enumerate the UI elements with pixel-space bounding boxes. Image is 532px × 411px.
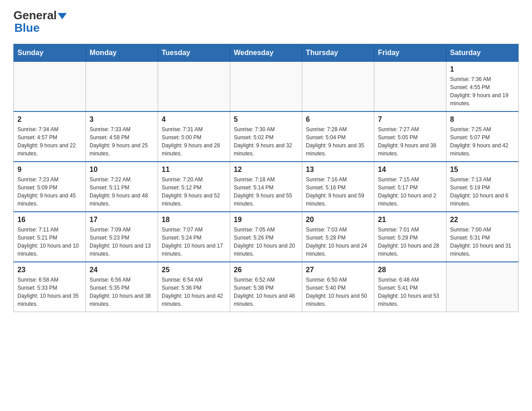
day-info: Sunrise: 7:30 AM Sunset: 5:02 PM Dayligh… <box>234 125 298 158</box>
calendar-cell <box>14 61 86 111</box>
calendar-cell: 13Sunrise: 7:16 AM Sunset: 5:16 PM Dayli… <box>302 162 374 212</box>
calendar-cell: 21Sunrise: 7:01 AM Sunset: 5:29 PM Dayli… <box>374 212 446 262</box>
calendar-table: SundayMondayTuesdayWednesdayThursdayFrid… <box>13 44 519 312</box>
day-info: Sunrise: 7:27 AM Sunset: 5:05 PM Dayligh… <box>378 125 442 158</box>
col-header-monday: Monday <box>86 44 158 61</box>
calendar-cell: 22Sunrise: 7:00 AM Sunset: 5:31 PM Dayli… <box>446 212 519 262</box>
calendar-cell: 8Sunrise: 7:25 AM Sunset: 5:07 PM Daylig… <box>446 111 519 162</box>
calendar-cell <box>158 61 230 111</box>
calendar-cell <box>86 61 158 111</box>
day-number: 23 <box>17 266 82 274</box>
day-info: Sunrise: 6:56 AM Sunset: 5:35 PM Dayligh… <box>90 276 154 308</box>
calendar-cell: 16Sunrise: 7:11 AM Sunset: 5:21 PM Dayli… <box>14 212 86 262</box>
calendar-cell: 9Sunrise: 7:23 AM Sunset: 5:09 PM Daylig… <box>14 162 86 212</box>
calendar-cell: 26Sunrise: 6:52 AM Sunset: 5:38 PM Dayli… <box>230 262 302 312</box>
day-number: 4 <box>162 116 226 124</box>
calendar-cell <box>302 61 374 111</box>
calendar-cell: 7Sunrise: 7:27 AM Sunset: 5:05 PM Daylig… <box>374 111 446 162</box>
day-number: 19 <box>234 216 298 224</box>
calendar-cell: 19Sunrise: 7:05 AM Sunset: 5:26 PM Dayli… <box>230 212 302 262</box>
day-number: 21 <box>378 216 442 224</box>
calendar-cell: 28Sunrise: 6:48 AM Sunset: 5:41 PM Dayli… <box>374 262 446 312</box>
calendar-week-row: 9Sunrise: 7:23 AM Sunset: 5:09 PM Daylig… <box>14 162 519 212</box>
day-number: 14 <box>378 166 442 174</box>
day-info: Sunrise: 7:11 AM Sunset: 5:21 PM Dayligh… <box>17 226 82 258</box>
calendar-week-row: 23Sunrise: 6:58 AM Sunset: 5:33 PM Dayli… <box>14 262 519 312</box>
day-info: Sunrise: 7:33 AM Sunset: 4:58 PM Dayligh… <box>90 125 154 158</box>
day-number: 8 <box>450 116 515 124</box>
col-header-tuesday: Tuesday <box>158 44 230 61</box>
day-number: 18 <box>162 216 226 224</box>
day-number: 12 <box>234 166 298 174</box>
day-info: Sunrise: 7:05 AM Sunset: 5:26 PM Dayligh… <box>234 226 298 258</box>
logo: General Blue <box>13 9 67 35</box>
day-number: 28 <box>378 266 442 274</box>
calendar-cell: 15Sunrise: 7:13 AM Sunset: 5:19 PM Dayli… <box>446 162 519 212</box>
day-info: Sunrise: 6:58 AM Sunset: 5:33 PM Dayligh… <box>17 276 82 308</box>
day-info: Sunrise: 7:34 AM Sunset: 4:57 PM Dayligh… <box>17 125 82 158</box>
day-number: 13 <box>306 166 370 174</box>
calendar-cell: 24Sunrise: 6:56 AM Sunset: 5:35 PM Dayli… <box>86 262 158 312</box>
day-number: 9 <box>17 166 82 174</box>
calendar-cell: 20Sunrise: 7:03 AM Sunset: 5:28 PM Dayli… <box>302 212 374 262</box>
day-number: 1 <box>450 65 515 73</box>
day-number: 7 <box>378 116 442 124</box>
calendar-cell: 2Sunrise: 7:34 AM Sunset: 4:57 PM Daylig… <box>14 111 86 162</box>
col-header-friday: Friday <box>374 44 446 61</box>
day-number: 6 <box>306 116 370 124</box>
day-info: Sunrise: 7:25 AM Sunset: 5:07 PM Dayligh… <box>450 125 515 158</box>
col-header-sunday: Sunday <box>14 44 86 61</box>
day-info: Sunrise: 7:13 AM Sunset: 5:19 PM Dayligh… <box>450 176 515 208</box>
calendar-cell <box>374 61 446 111</box>
day-number: 22 <box>450 216 515 224</box>
calendar-cell: 4Sunrise: 7:31 AM Sunset: 5:00 PM Daylig… <box>158 111 230 162</box>
day-number: 15 <box>450 166 515 174</box>
day-info: Sunrise: 7:07 AM Sunset: 5:24 PM Dayligh… <box>162 226 226 258</box>
logo-blue: Blue <box>14 21 39 35</box>
calendar-week-row: 16Sunrise: 7:11 AM Sunset: 5:21 PM Dayli… <box>14 212 519 262</box>
day-info: Sunrise: 6:52 AM Sunset: 5:38 PM Dayligh… <box>234 276 298 308</box>
calendar-cell: 11Sunrise: 7:20 AM Sunset: 5:12 PM Dayli… <box>158 162 230 212</box>
calendar-cell: 17Sunrise: 7:09 AM Sunset: 5:23 PM Dayli… <box>86 212 158 262</box>
day-info: Sunrise: 7:23 AM Sunset: 5:09 PM Dayligh… <box>17 176 82 208</box>
day-info: Sunrise: 6:48 AM Sunset: 5:41 PM Dayligh… <box>378 276 442 308</box>
day-number: 25 <box>162 266 226 274</box>
calendar-week-row: 2Sunrise: 7:34 AM Sunset: 4:57 PM Daylig… <box>14 111 519 162</box>
day-info: Sunrise: 7:03 AM Sunset: 5:28 PM Dayligh… <box>306 226 370 258</box>
day-info: Sunrise: 7:09 AM Sunset: 5:23 PM Dayligh… <box>90 226 154 258</box>
logo-text: General <box>13 9 67 22</box>
col-header-saturday: Saturday <box>446 44 519 61</box>
col-header-thursday: Thursday <box>302 44 374 61</box>
calendar-cell: 3Sunrise: 7:33 AM Sunset: 4:58 PM Daylig… <box>86 111 158 162</box>
calendar-cell: 5Sunrise: 7:30 AM Sunset: 5:02 PM Daylig… <box>230 111 302 162</box>
day-info: Sunrise: 7:00 AM Sunset: 5:31 PM Dayligh… <box>450 226 515 258</box>
page-header: General Blue <box>13 9 519 35</box>
col-header-wednesday: Wednesday <box>230 44 302 61</box>
day-info: Sunrise: 7:20 AM Sunset: 5:12 PM Dayligh… <box>162 176 226 208</box>
calendar-week-row: 1Sunrise: 7:36 AM Sunset: 4:55 PM Daylig… <box>14 61 519 111</box>
day-number: 10 <box>90 166 154 174</box>
day-number: 20 <box>306 216 370 224</box>
day-number: 26 <box>234 266 298 274</box>
day-info: Sunrise: 7:22 AM Sunset: 5:11 PM Dayligh… <box>90 176 154 208</box>
day-info: Sunrise: 7:18 AM Sunset: 5:14 PM Dayligh… <box>234 176 298 208</box>
calendar-cell: 14Sunrise: 7:15 AM Sunset: 5:17 PM Dayli… <box>374 162 446 212</box>
calendar-cell: 25Sunrise: 6:54 AM Sunset: 5:36 PM Dayli… <box>158 262 230 312</box>
day-info: Sunrise: 7:31 AM Sunset: 5:00 PM Dayligh… <box>162 125 226 158</box>
day-number: 24 <box>90 266 154 274</box>
day-number: 2 <box>17 116 82 124</box>
day-number: 11 <box>162 166 226 174</box>
day-number: 16 <box>17 216 82 224</box>
day-info: Sunrise: 7:01 AM Sunset: 5:29 PM Dayligh… <box>378 226 442 258</box>
day-info: Sunrise: 7:28 AM Sunset: 5:04 PM Dayligh… <box>306 125 370 158</box>
day-number: 27 <box>306 266 370 274</box>
calendar-header-row: SundayMondayTuesdayWednesdayThursdayFrid… <box>14 44 519 61</box>
calendar-cell <box>446 262 519 312</box>
calendar-cell <box>230 61 302 111</box>
day-info: Sunrise: 7:15 AM Sunset: 5:17 PM Dayligh… <box>378 176 442 208</box>
day-info: Sunrise: 7:16 AM Sunset: 5:16 PM Dayligh… <box>306 176 370 208</box>
day-info: Sunrise: 6:50 AM Sunset: 5:40 PM Dayligh… <box>306 276 370 308</box>
calendar-cell: 18Sunrise: 7:07 AM Sunset: 5:24 PM Dayli… <box>158 212 230 262</box>
day-info: Sunrise: 7:36 AM Sunset: 4:55 PM Dayligh… <box>450 75 515 107</box>
calendar-cell: 12Sunrise: 7:18 AM Sunset: 5:14 PM Dayli… <box>230 162 302 212</box>
